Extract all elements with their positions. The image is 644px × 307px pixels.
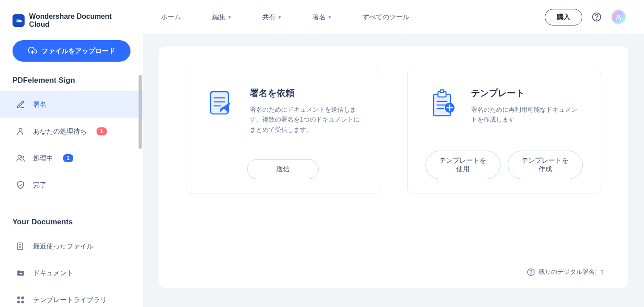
card-panel: 署名を依頼 署名のためにドキュメントを送信します。複数の署名を1つのドキュメント…: [159, 46, 628, 288]
svg-point-24: [531, 274, 531, 274]
buy-button[interactable]: 購入: [545, 9, 582, 25]
upload-label: ファイルをアップロード: [42, 47, 115, 55]
sidebar-item-label: テンプレートライブラリ: [33, 296, 107, 304]
nav: ホーム 編集▾ 共有▾ 署名▾ すべてのツール: [161, 13, 545, 21]
sidebar-item-processing[interactable]: 処理中 1: [0, 145, 143, 172]
use-template-button[interactable]: テンプレートを使用: [425, 151, 501, 179]
create-template-button[interactable]: テンプレートを作成: [508, 151, 583, 179]
svg-rect-5: [17, 297, 20, 299]
sidebar: Wondershare Document Cloud ファイルをアップロード P…: [0, 0, 143, 307]
sidebar-item-label: あなたの処理待ち: [33, 127, 87, 136]
sidebar-scrollbar-thumb[interactable]: [139, 75, 142, 149]
nav-all-tools[interactable]: すべてのツール: [362, 13, 409, 21]
nav-edit[interactable]: 編集▾: [212, 13, 231, 21]
sidebar-item-sign[interactable]: 署名: [0, 91, 143, 118]
upload-cloud-icon: [28, 46, 37, 55]
sidebar-item-label: 完了: [33, 181, 46, 189]
sidebar-item-documents[interactable]: ドキュメント: [0, 260, 143, 286]
help-circle-icon[interactable]: [527, 268, 535, 276]
nav-sign[interactable]: 署名▾: [312, 13, 331, 21]
card-title: 署名を依頼: [250, 87, 362, 99]
remaining-count: 1: [600, 269, 604, 276]
badge-processing: 1: [63, 154, 73, 162]
sidebar-scrollbar-track: [138, 75, 143, 290]
upload-button[interactable]: ファイルをアップロード: [13, 40, 130, 62]
svg-point-2: [21, 156, 24, 158]
badge-waiting: 1: [97, 127, 107, 135]
topbar-right: 購入: [545, 9, 626, 25]
card-request-signature: 署名を依頼 署名のためにドキュメントを送信します。複数の署名を1つのドキュメント…: [186, 69, 380, 194]
chevron-down-icon: ▾: [278, 14, 281, 20]
request-signature-icon: [204, 87, 237, 120]
grid-icon: [16, 295, 25, 304]
chevron-down-icon: ▾: [328, 14, 331, 20]
remaining-signatures: 残りのデジタル署名: 1: [527, 268, 604, 276]
sidebar-item-waiting[interactable]: あなたの処理待ち 1: [0, 118, 143, 145]
svg-rect-8: [21, 301, 24, 303]
shield-icon: [16, 181, 25, 189]
file-icon: [16, 242, 25, 251]
sidebar-scroll: PDFelement Sign 署名 あなたの処理待ち 1 処理中 1 完了 Y…: [0, 71, 143, 307]
app-name: Wondershare Document Cloud: [29, 13, 130, 29]
card-desc: 署名のために再利用可能なドキュメントを作成します: [471, 105, 583, 125]
svg-point-11: [617, 15, 619, 17]
send-button[interactable]: 送信: [247, 159, 319, 179]
section-docs-title: Your Documents: [0, 212, 143, 233]
sidebar-item-complete[interactable]: 完了: [0, 172, 143, 198]
nav-share[interactable]: 共有▾: [262, 13, 281, 21]
svg-rect-7: [17, 301, 20, 303]
card-title: テンプレート: [471, 87, 583, 99]
topbar: ホーム 編集▾ 共有▾ 署名▾ すべてのツール 購入: [143, 0, 644, 34]
content: 署名を依頼 署名のためにドキュメントを送信します。複数の署名を1つのドキュメント…: [143, 34, 644, 307]
svg-point-1: [18, 155, 21, 158]
svg-rect-4: [20, 273, 22, 274]
sidebar-item-template-library[interactable]: テンプレートライブラリ: [0, 286, 143, 307]
pen-icon: [16, 100, 25, 109]
users-icon: [16, 154, 25, 163]
svg-rect-6: [21, 297, 24, 299]
card-template: テンプレート 署名のために再利用可能なドキュメントを作成します テンプレートを使…: [407, 69, 602, 194]
sidebar-item-label: ドキュメント: [33, 269, 73, 278]
app-logo: [13, 14, 25, 27]
main: ホーム 編集▾ 共有▾ 署名▾ すべてのツール 購入: [143, 0, 644, 307]
template-icon: [425, 87, 459, 120]
user-icon: [16, 127, 25, 136]
nav-home[interactable]: ホーム: [161, 13, 181, 21]
sidebar-item-label: 処理中: [33, 154, 53, 163]
svg-rect-12: [210, 92, 228, 114]
chevron-down-icon: ▾: [228, 14, 231, 20]
help-icon[interactable]: [591, 12, 602, 22]
card-desc: 署名のためにドキュメントを送信します。複数の署名を1つのドキュメントにまとめて受…: [250, 105, 362, 135]
sidebar-item-label: 最近使ったファイル: [33, 242, 93, 251]
cards-row: 署名を依頼 署名のためにドキュメントを送信します。複数の署名を1つのドキュメント…: [186, 69, 601, 194]
svg-point-0: [19, 128, 22, 131]
svg-rect-18: [440, 90, 444, 93]
logo-row: Wondershare Document Cloud: [0, 9, 143, 37]
section-sign-title: PDFelement Sign: [0, 71, 143, 91]
user-avatar[interactable]: [611, 9, 626, 25]
remaining-label: 残りのデジタル署名:: [539, 268, 597, 276]
svg-point-10: [596, 19, 597, 19]
sidebar-divider: [13, 204, 130, 204]
sidebar-item-label: 署名: [33, 101, 46, 109]
sidebar-item-recent[interactable]: 最近使ったファイル: [0, 233, 143, 260]
folder-icon: [16, 269, 25, 278]
